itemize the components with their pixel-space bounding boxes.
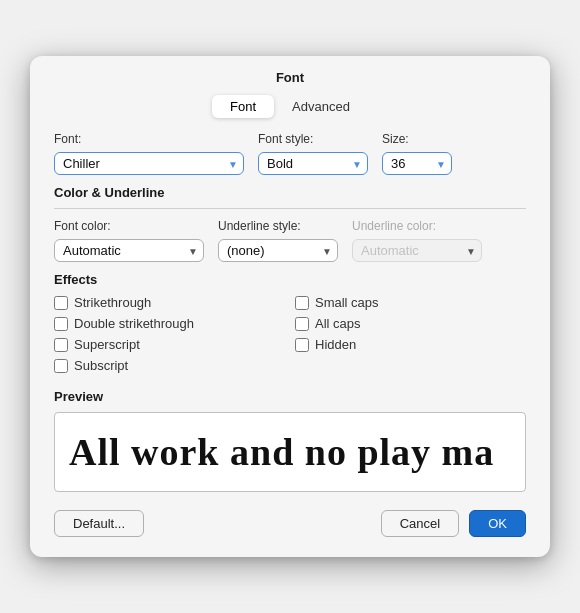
all-caps-label: All caps (315, 316, 361, 331)
underline-style-label: Underline style: (218, 219, 338, 233)
font-dialog: Font Font Advanced Font: Chiller ▼ Font … (30, 56, 550, 557)
cancel-button[interactable]: Cancel (381, 510, 459, 537)
double-strikethrough-label: Double strikethrough (74, 316, 194, 331)
subscript-label: Subscript (74, 358, 128, 373)
underline-color-select-wrapper: Automatic ▼ (352, 239, 482, 262)
effects-section: Effects Strikethrough Small caps Double … (54, 272, 526, 373)
font-tab-content: Font: Chiller ▼ Font style: Bold Regular… (30, 132, 550, 492)
dialog-title: Font (30, 56, 550, 95)
color-underline-row: Font color: Automatic ▼ Underline style:… (54, 219, 526, 262)
size-field-group: Size: 36 891011 12141618 20242832 4872 ▼ (382, 132, 452, 175)
underline-style-select[interactable]: (none) (218, 239, 338, 262)
small-caps-label: Small caps (315, 295, 379, 310)
ok-button[interactable]: OK (469, 510, 526, 537)
font-color-select-wrapper: Automatic ▼ (54, 239, 204, 262)
font-select-wrapper: Chiller ▼ (54, 152, 244, 175)
font-color-field-group: Font color: Automatic ▼ (54, 219, 204, 262)
all-caps-checkbox[interactable] (295, 317, 309, 331)
underline-color-select[interactable]: Automatic (352, 239, 482, 262)
superscript-item[interactable]: Superscript (54, 337, 285, 352)
preview-box: All work and no play ma (54, 412, 526, 492)
font-select[interactable]: Chiller (54, 152, 244, 175)
default-button[interactable]: Default... (54, 510, 144, 537)
font-style-select[interactable]: Bold Regular Italic Bold Italic (258, 152, 368, 175)
double-strikethrough-checkbox[interactable] (54, 317, 68, 331)
font-field-group: Font: Chiller ▼ (54, 132, 244, 175)
tab-bar: Font Advanced (30, 95, 550, 118)
font-color-label: Font color: (54, 219, 204, 233)
size-select[interactable]: 36 891011 12141618 20242832 4872 (382, 152, 452, 175)
font-color-select[interactable]: Automatic (54, 239, 204, 262)
button-row: Default... Cancel OK (30, 492, 550, 537)
font-style-field-group: Font style: Bold Regular Italic Bold Ita… (258, 132, 368, 175)
size-select-wrapper: 36 891011 12141618 20242832 4872 ▼ (382, 152, 452, 175)
superscript-label: Superscript (74, 337, 140, 352)
subscript-item[interactable]: Subscript (54, 358, 285, 373)
underline-color-field-group: Underline color: Automatic ▼ (352, 219, 482, 262)
font-style-size-row: Font: Chiller ▼ Font style: Bold Regular… (54, 132, 526, 175)
small-caps-item[interactable]: Small caps (295, 295, 526, 310)
effects-grid: Strikethrough Small caps Double striketh… (54, 295, 526, 373)
subscript-checkbox[interactable] (54, 359, 68, 373)
preview-section: Preview All work and no play ma (54, 389, 526, 492)
font-label: Font: (54, 132, 244, 146)
hidden-item[interactable]: Hidden (295, 337, 526, 352)
preview-text: All work and no play ma (69, 430, 494, 474)
underline-style-field-group: Underline style: (none) ▼ (218, 219, 338, 262)
underline-color-label: Underline color: (352, 219, 482, 233)
color-underline-divider (54, 208, 526, 209)
font-style-label: Font style: (258, 132, 368, 146)
superscript-checkbox[interactable] (54, 338, 68, 352)
strikethrough-label: Strikethrough (74, 295, 151, 310)
double-strikethrough-item[interactable]: Double strikethrough (54, 316, 285, 331)
color-underline-section-title: Color & Underline (54, 185, 526, 200)
preview-section-title: Preview (54, 389, 526, 404)
tab-advanced[interactable]: Advanced (274, 95, 368, 118)
strikethrough-item[interactable]: Strikethrough (54, 295, 285, 310)
effects-section-title: Effects (54, 272, 526, 287)
size-label: Size: (382, 132, 452, 146)
hidden-label: Hidden (315, 337, 356, 352)
all-caps-item[interactable]: All caps (295, 316, 526, 331)
strikethrough-checkbox[interactable] (54, 296, 68, 310)
ok-cancel-group: Cancel OK (381, 510, 526, 537)
tab-font[interactable]: Font (212, 95, 274, 118)
underline-style-select-wrapper: (none) ▼ (218, 239, 338, 262)
small-caps-checkbox[interactable] (295, 296, 309, 310)
hidden-checkbox[interactable] (295, 338, 309, 352)
font-style-select-wrapper: Bold Regular Italic Bold Italic ▼ (258, 152, 368, 175)
